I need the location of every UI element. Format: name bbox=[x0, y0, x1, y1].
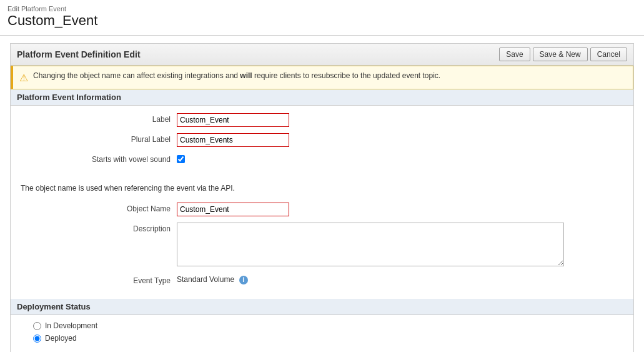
header-save-new-button[interactable]: Save & New bbox=[533, 48, 588, 61]
page-header: Edit Platform Event Custom_Event bbox=[0, 0, 644, 36]
form-row-label: Label bbox=[21, 113, 623, 127]
deployed-label: Deployed bbox=[45, 334, 77, 343]
form-row-plural-label: Plural Label bbox=[21, 133, 623, 147]
header-save-button[interactable]: Save bbox=[499, 48, 530, 61]
warning-banner: ⚠ Changing the object name can affect ex… bbox=[11, 66, 633, 89]
header-actions: Save Save & New Cancel bbox=[499, 48, 627, 61]
description-field-label: Description bbox=[21, 223, 177, 233]
description-field-wrap bbox=[177, 223, 623, 268]
form-row-event-type: Event Type Standard Volume i bbox=[21, 274, 623, 285]
in-development-row: In Development bbox=[21, 321, 623, 330]
form-row-object-name: Object Name bbox=[21, 203, 623, 216]
panel-title: Platform Event Definition Edit bbox=[17, 49, 141, 59]
warning-icon: ⚠ bbox=[19, 72, 28, 84]
event-type-value: Standard Volume bbox=[177, 273, 234, 284]
vowel-checkbox-wrap bbox=[177, 153, 623, 165]
main-content: Platform Event Definition Edit Save Save… bbox=[0, 36, 644, 352]
deployment-section: In Development Deployed bbox=[11, 315, 633, 352]
deployed-radio[interactable] bbox=[33, 334, 41, 343]
plural-label-field-label: Plural Label bbox=[21, 133, 177, 144]
plural-label-input[interactable] bbox=[177, 133, 289, 147]
object-name-field-wrap bbox=[177, 203, 623, 216]
description-textarea[interactable] bbox=[177, 223, 564, 266]
header-cancel-button[interactable]: Cancel bbox=[590, 48, 627, 61]
event-type-field-wrap: Standard Volume i bbox=[177, 274, 623, 284]
breadcrumb: Edit Platform Event bbox=[7, 5, 637, 13]
vowel-checkbox[interactable] bbox=[177, 155, 185, 163]
form-body-2: Object Name Description Event Type Stand… bbox=[11, 195, 633, 299]
page-title: Custom_Event bbox=[7, 13, 637, 29]
section-platform-event-info: Platform Event Information bbox=[11, 89, 633, 106]
deployed-row: Deployed bbox=[21, 334, 623, 343]
vowel-field-label: Starts with vowel sound bbox=[21, 153, 177, 164]
object-name-input[interactable] bbox=[177, 203, 289, 216]
label-field-label: Label bbox=[21, 113, 177, 124]
object-name-note: The object name is used when referencing… bbox=[11, 179, 633, 195]
in-development-radio[interactable] bbox=[33, 322, 41, 330]
form-body: Label Plural Label Starts with vowel sou… bbox=[11, 106, 633, 179]
object-name-field-label: Object Name bbox=[21, 203, 177, 213]
warning-text: Changing the object name can affect exis… bbox=[33, 71, 440, 80]
event-type-info-icon[interactable]: i bbox=[239, 276, 248, 284]
event-type-field-label: Event Type bbox=[21, 274, 177, 285]
in-development-label: In Development bbox=[45, 321, 97, 330]
label-input[interactable] bbox=[177, 113, 289, 127]
label-field-wrap bbox=[177, 113, 623, 127]
form-row-vowel: Starts with vowel sound bbox=[21, 153, 623, 165]
panel-header: Platform Event Definition Edit Save Save… bbox=[11, 44, 633, 66]
section-deployment-status: Deployment Status bbox=[11, 299, 633, 315]
plural-label-field-wrap bbox=[177, 133, 623, 147]
main-panel: Platform Event Definition Edit Save Save… bbox=[10, 43, 634, 352]
form-row-description: Description bbox=[21, 223, 623, 268]
